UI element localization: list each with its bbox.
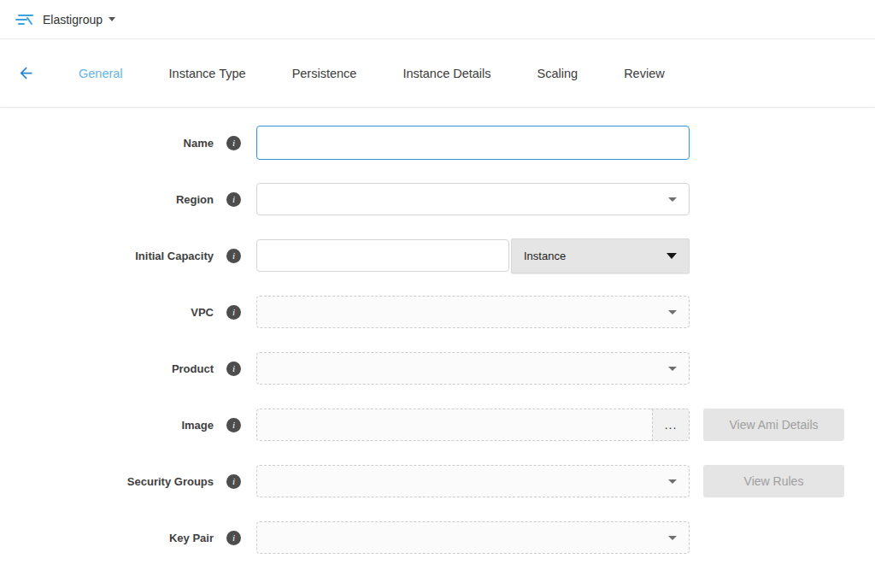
tab-scaling[interactable]: Scaling	[514, 67, 602, 80]
region-label: Region	[0, 193, 214, 206]
capacity-unit-value: Instance	[524, 250, 566, 262]
chevron-down-icon	[668, 310, 677, 315]
image-input[interactable]	[256, 409, 652, 441]
capacity-unit-select[interactable]: Instance	[511, 238, 690, 273]
chevron-down-icon	[667, 253, 677, 259]
info-icon[interactable]: i	[226, 474, 241, 489]
chevron-down-icon	[668, 197, 677, 202]
info-icon[interactable]: i	[226, 305, 241, 320]
wizard-tab-bar: General Instance Type Persistence Instan…	[0, 39, 875, 108]
elastigroup-logo-icon	[15, 13, 34, 26]
general-form: Name i Region i Initial Capacity i Insta…	[0, 108, 875, 554]
form-row-vpc: VPC i	[0, 296, 875, 328]
app-switcher[interactable]: Elastigroup	[43, 13, 115, 26]
top-bar: Elastigroup	[0, 0, 875, 39]
info-icon[interactable]: i	[226, 136, 241, 150]
image-label: Image	[0, 419, 214, 432]
form-row-security-groups: Security Groups i View Rules	[0, 465, 875, 497]
security-groups-label: Security Groups	[0, 475, 214, 488]
form-row-initial-capacity: Initial Capacity i Instance	[0, 239, 875, 272]
info-icon[interactable]: i	[226, 531, 241, 545]
vpc-select[interactable]	[256, 296, 690, 328]
browse-image-button[interactable]: ...	[652, 409, 690, 441]
tab-instance-details[interactable]: Instance Details	[379, 67, 514, 80]
info-icon[interactable]: i	[226, 418, 241, 432]
chevron-down-icon	[109, 17, 115, 21]
view-ami-details-button[interactable]: View Ami Details	[703, 409, 844, 441]
product-select[interactable]	[256, 352, 690, 385]
initial-capacity-label: Initial Capacity	[0, 250, 214, 262]
arrow-left-icon	[17, 64, 35, 82]
form-row-image: Image i ... View Ami Details	[0, 409, 875, 441]
tab-general[interactable]: General	[56, 67, 146, 80]
vpc-label: VPC	[0, 306, 214, 319]
tab-review[interactable]: Review	[601, 67, 688, 80]
name-label: Name	[0, 137, 214, 150]
key-pair-label: Key Pair	[0, 532, 214, 544]
form-row-region: Region i	[0, 183, 875, 215]
chevron-down-icon	[668, 536, 677, 540]
view-rules-button[interactable]: View Rules	[703, 465, 844, 497]
chevron-down-icon	[668, 479, 677, 484]
wizard-tabs: General Instance Type Persistence Instan…	[56, 67, 688, 80]
tab-persistence[interactable]: Persistence	[269, 67, 380, 80]
info-icon[interactable]: i	[226, 192, 241, 207]
product-label: Product	[0, 362, 214, 375]
app-name: Elastigroup	[43, 13, 103, 26]
form-row-product: Product i	[0, 352, 875, 385]
back-button[interactable]	[17, 64, 35, 82]
region-select[interactable]	[256, 183, 690, 215]
initial-capacity-input[interactable]	[256, 239, 509, 272]
chevron-down-icon	[668, 367, 677, 371]
tab-instance-type[interactable]: Instance Type	[146, 67, 269, 80]
key-pair-select[interactable]	[256, 521, 690, 554]
info-icon[interactable]: i	[226, 362, 241, 376]
security-groups-select[interactable]	[256, 465, 690, 497]
info-icon[interactable]: i	[226, 249, 241, 263]
name-input[interactable]	[256, 126, 690, 160]
form-row-key-pair: Key Pair i	[0, 521, 875, 554]
form-row-name: Name i	[0, 126, 875, 159]
